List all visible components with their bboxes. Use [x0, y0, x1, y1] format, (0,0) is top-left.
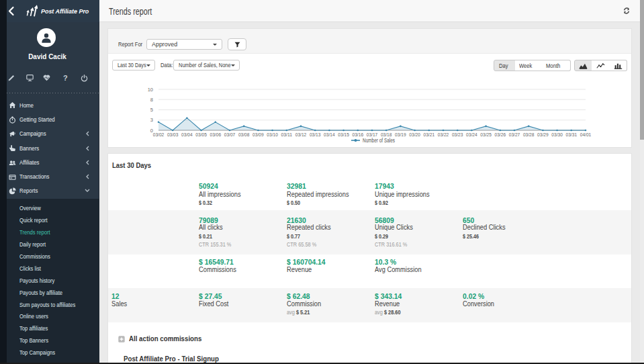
svg-text:03/26: 03/26 — [495, 132, 506, 138]
svg-text:03/28: 03/28 — [523, 132, 535, 138]
svg-text:03/25: 03/25 — [480, 132, 492, 138]
svg-text:03/13: 03/13 — [310, 132, 321, 138]
svg-text:03/07: 03/07 — [224, 132, 236, 138]
svg-text:03/10: 03/10 — [267, 132, 278, 138]
svg-text:03/20: 03/20 — [409, 132, 420, 138]
svg-text:03/15: 03/15 — [338, 132, 349, 138]
svg-text:03/24: 03/24 — [466, 132, 477, 138]
svg-text:03/16: 03/16 — [353, 132, 364, 138]
svg-text:10: 10 — [148, 87, 153, 93]
svg-text:03/03: 03/03 — [167, 132, 179, 138]
svg-text:03/06: 03/06 — [210, 132, 222, 138]
svg-text:03/31: 03/31 — [566, 132, 578, 138]
svg-text:Number of Sales: Number of Sales — [363, 137, 395, 144]
svg-text:03/09: 03/09 — [252, 132, 264, 138]
svg-text:03/11: 03/11 — [281, 132, 293, 138]
svg-text:03/21: 03/21 — [424, 132, 435, 138]
svg-text:03/14: 03/14 — [324, 132, 335, 138]
svg-text:03/04: 03/04 — [181, 132, 193, 138]
svg-text:03/02: 03/02 — [153, 132, 165, 138]
svg-text:03/22: 03/22 — [438, 132, 449, 138]
svg-text:03/08: 03/08 — [238, 132, 250, 138]
svg-text:03/05: 03/05 — [195, 132, 207, 138]
svg-text:03/23: 03/23 — [452, 132, 463, 138]
svg-text:3: 3 — [150, 117, 153, 123]
svg-text:03/19: 03/19 — [395, 132, 406, 138]
svg-text:8: 8 — [150, 97, 153, 103]
svg-text:03/29: 03/29 — [537, 132, 549, 138]
svg-text:03/30: 03/30 — [551, 132, 563, 138]
svg-text:04/01: 04/01 — [580, 132, 592, 138]
svg-text:03/27: 03/27 — [509, 132, 520, 138]
svg-text:03/12: 03/12 — [295, 132, 307, 138]
svg-text:5: 5 — [150, 107, 153, 113]
